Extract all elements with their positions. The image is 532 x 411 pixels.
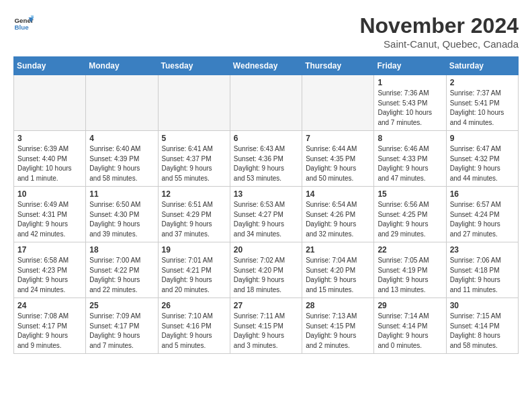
logo: General Blue: [13, 13, 34, 34]
day-number: 21: [306, 245, 370, 255]
calendar-cell: 20Sunrise: 7:02 AM Sunset: 4:20 PM Dayli…: [230, 242, 302, 298]
weekday-header-tuesday: Tuesday: [158, 57, 230, 75]
day-number: 7: [306, 134, 370, 143]
weekday-header-saturday: Saturday: [446, 57, 518, 75]
day-number: 18: [89, 245, 154, 255]
calendar-cell: 28Sunrise: 7:13 AM Sunset: 4:15 PM Dayli…: [302, 298, 374, 354]
calendar-table: SundayMondayTuesdayWednesdayThursdayFrid…: [13, 56, 519, 354]
day-info: Sunrise: 7:00 AM Sunset: 4:22 PM Dayligh…: [89, 256, 154, 295]
day-number: 1: [378, 78, 442, 87]
weekday-header-sunday: Sunday: [14, 57, 86, 75]
day-info: Sunrise: 7:06 AM Sunset: 4:18 PM Dayligh…: [450, 256, 515, 295]
day-info: Sunrise: 7:13 AM Sunset: 4:15 PM Dayligh…: [306, 312, 370, 351]
day-info: Sunrise: 6:53 AM Sunset: 4:27 PM Dayligh…: [234, 200, 298, 239]
day-number: 27: [234, 301, 298, 310]
day-number: 12: [162, 189, 226, 199]
day-number: 5: [162, 134, 226, 143]
calendar-cell: 3Sunrise: 6:39 AM Sunset: 4:40 PM Daylig…: [14, 131, 86, 187]
day-number: 8: [378, 134, 442, 143]
day-info: Sunrise: 6:57 AM Sunset: 4:24 PM Dayligh…: [450, 200, 515, 239]
day-number: 16: [450, 189, 515, 199]
calendar-cell: 27Sunrise: 7:11 AM Sunset: 4:15 PM Dayli…: [230, 298, 302, 354]
location: Saint-Canut, Quebec, Canada: [359, 38, 519, 50]
day-info: Sunrise: 6:40 AM Sunset: 4:39 PM Dayligh…: [89, 144, 154, 183]
calendar-cell: 18Sunrise: 7:00 AM Sunset: 4:22 PM Dayli…: [86, 242, 158, 298]
day-info: Sunrise: 6:50 AM Sunset: 4:30 PM Dayligh…: [89, 200, 154, 239]
day-number: 20: [234, 245, 298, 255]
day-info: Sunrise: 6:56 AM Sunset: 4:25 PM Dayligh…: [378, 200, 442, 239]
month-title: November 2024: [359, 13, 519, 38]
calendar-cell: 11Sunrise: 6:50 AM Sunset: 4:30 PM Dayli…: [86, 187, 158, 242]
day-number: 28: [306, 301, 370, 310]
day-number: 13: [234, 189, 298, 199]
calendar-cell: 6Sunrise: 6:43 AM Sunset: 4:36 PM Daylig…: [230, 131, 302, 187]
calendar-cell: 24Sunrise: 7:08 AM Sunset: 4:17 PM Dayli…: [14, 298, 86, 354]
calendar-cell: 2Sunrise: 7:37 AM Sunset: 5:41 PM Daylig…: [446, 75, 518, 131]
day-number: 11: [89, 189, 154, 199]
day-info: Sunrise: 6:51 AM Sunset: 4:29 PM Dayligh…: [162, 200, 226, 239]
calendar-cell: [230, 75, 302, 131]
day-info: Sunrise: 6:46 AM Sunset: 4:33 PM Dayligh…: [378, 144, 442, 183]
day-info: Sunrise: 6:44 AM Sunset: 4:35 PM Dayligh…: [306, 144, 370, 183]
calendar-cell: 23Sunrise: 7:06 AM Sunset: 4:18 PM Dayli…: [446, 242, 518, 298]
calendar-cell: 22Sunrise: 7:05 AM Sunset: 4:19 PM Dayli…: [374, 242, 446, 298]
calendar-cell: [158, 75, 230, 131]
day-number: 14: [306, 189, 370, 199]
day-info: Sunrise: 7:02 AM Sunset: 4:20 PM Dayligh…: [234, 256, 298, 295]
svg-text:Blue: Blue: [15, 24, 30, 31]
calendar-cell: 8Sunrise: 6:46 AM Sunset: 4:33 PM Daylig…: [374, 131, 446, 187]
weekday-header-thursday: Thursday: [302, 57, 374, 75]
day-info: Sunrise: 7:37 AM Sunset: 5:41 PM Dayligh…: [450, 89, 515, 128]
day-info: Sunrise: 6:54 AM Sunset: 4:26 PM Dayligh…: [306, 200, 370, 239]
day-info: Sunrise: 7:05 AM Sunset: 4:19 PM Dayligh…: [378, 256, 442, 295]
day-info: Sunrise: 6:39 AM Sunset: 4:40 PM Dayligh…: [17, 144, 82, 183]
calendar-cell: 4Sunrise: 6:40 AM Sunset: 4:39 PM Daylig…: [86, 131, 158, 187]
day-info: Sunrise: 7:08 AM Sunset: 4:17 PM Dayligh…: [17, 312, 82, 351]
calendar-cell: 10Sunrise: 6:49 AM Sunset: 4:31 PM Dayli…: [14, 187, 86, 242]
day-info: Sunrise: 7:04 AM Sunset: 4:20 PM Dayligh…: [306, 256, 370, 295]
day-info: Sunrise: 7:01 AM Sunset: 4:21 PM Dayligh…: [162, 256, 226, 295]
day-number: 4: [89, 134, 154, 143]
day-number: 6: [234, 134, 298, 143]
day-number: 26: [162, 301, 226, 310]
calendar-cell: 12Sunrise: 6:51 AM Sunset: 4:29 PM Dayli…: [158, 187, 230, 242]
title-area: November 2024 Saint-Canut, Quebec, Canad…: [359, 13, 519, 50]
day-info: Sunrise: 7:09 AM Sunset: 4:17 PM Dayligh…: [89, 312, 154, 351]
day-number: 2: [450, 78, 515, 87]
calendar-cell: 14Sunrise: 6:54 AM Sunset: 4:26 PM Dayli…: [302, 187, 374, 242]
calendar-cell: 5Sunrise: 6:41 AM Sunset: 4:37 PM Daylig…: [158, 131, 230, 187]
calendar-cell: 1Sunrise: 7:36 AM Sunset: 5:43 PM Daylig…: [374, 75, 446, 131]
calendar-cell: 16Sunrise: 6:57 AM Sunset: 4:24 PM Dayli…: [446, 187, 518, 242]
logo-icon: General Blue: [13, 13, 34, 34]
day-number: 10: [17, 189, 82, 199]
day-number: 17: [17, 245, 82, 255]
calendar-cell: 7Sunrise: 6:44 AM Sunset: 4:35 PM Daylig…: [302, 131, 374, 187]
day-number: 19: [162, 245, 226, 255]
weekday-header-monday: Monday: [86, 57, 158, 75]
day-info: Sunrise: 6:43 AM Sunset: 4:36 PM Dayligh…: [234, 144, 298, 183]
calendar-cell: 19Sunrise: 7:01 AM Sunset: 4:21 PM Dayli…: [158, 242, 230, 298]
weekday-header-friday: Friday: [374, 57, 446, 75]
day-info: Sunrise: 7:15 AM Sunset: 4:14 PM Dayligh…: [450, 312, 515, 351]
day-number: 30: [450, 301, 515, 310]
calendar-cell: 26Sunrise: 7:10 AM Sunset: 4:16 PM Dayli…: [158, 298, 230, 354]
day-info: Sunrise: 7:14 AM Sunset: 4:14 PM Dayligh…: [378, 312, 442, 351]
calendar-cell: 13Sunrise: 6:53 AM Sunset: 4:27 PM Dayli…: [230, 187, 302, 242]
calendar-cell: 15Sunrise: 6:56 AM Sunset: 4:25 PM Dayli…: [374, 187, 446, 242]
calendar-cell: 29Sunrise: 7:14 AM Sunset: 4:14 PM Dayli…: [374, 298, 446, 354]
calendar-cell: 21Sunrise: 7:04 AM Sunset: 4:20 PM Dayli…: [302, 242, 374, 298]
day-info: Sunrise: 7:36 AM Sunset: 5:43 PM Dayligh…: [378, 89, 442, 128]
day-number: 25: [89, 301, 154, 310]
day-number: 24: [17, 301, 82, 310]
calendar-cell: [86, 75, 158, 131]
day-number: 15: [378, 189, 442, 199]
calendar-cell: 25Sunrise: 7:09 AM Sunset: 4:17 PM Dayli…: [86, 298, 158, 354]
calendar-cell: [14, 75, 86, 131]
day-number: 23: [450, 245, 515, 255]
day-info: Sunrise: 6:49 AM Sunset: 4:31 PM Dayligh…: [17, 200, 82, 239]
day-info: Sunrise: 7:10 AM Sunset: 4:16 PM Dayligh…: [162, 312, 226, 351]
day-number: 22: [378, 245, 442, 255]
calendar-cell: 30Sunrise: 7:15 AM Sunset: 4:14 PM Dayli…: [446, 298, 518, 354]
day-number: 9: [450, 134, 515, 143]
day-info: Sunrise: 6:41 AM Sunset: 4:37 PM Dayligh…: [162, 144, 226, 183]
